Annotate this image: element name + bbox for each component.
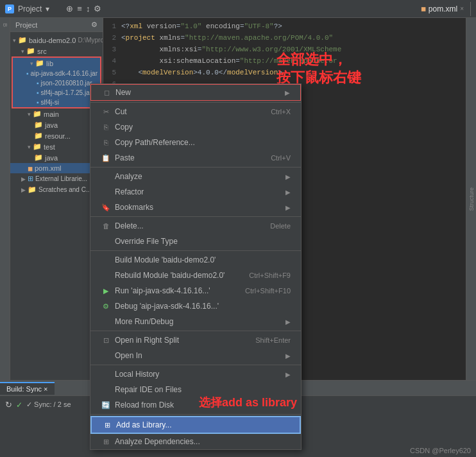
menu-item-add-library[interactable]: ⊞ Add as Library... [90, 416, 301, 434]
menu-item-delete[interactable]: 🗑 Delete... Delete [90, 218, 301, 234]
run-icon: ▶ [101, 287, 111, 295]
sync-status: ✓ Sync: / 2 se [26, 401, 71, 409]
toolbar-icon-4[interactable]: ⚙ [94, 4, 101, 13]
menu-debug-label: Debug 'aip-java-sdk-4.16.16...' [115, 302, 291, 311]
arrow-icon: ▾ [21, 48, 24, 55]
toolbar-icon-3[interactable]: ↕ [86, 4, 90, 13]
menu-item-cut[interactable]: ✂ Cut Ctrl+X [90, 104, 301, 119]
menu-separator-5 [90, 331, 301, 331]
title-tabs: ◼ pom.xml × [414, 2, 471, 16]
sidebar-item-jar1[interactable]: ▪ aip-java-sdk-4.16.16.jar [13, 69, 100, 78]
menu-item-local-history[interactable]: Local History ▶ [90, 366, 301, 382]
build-tab[interactable]: Build: Sync × [0, 382, 55, 395]
item-label: Scratches and C... [38, 186, 91, 193]
sidebar-item-resources[interactable]: 📁 resour... [10, 130, 103, 141]
copy-icon: ⎘ [101, 123, 111, 131]
copy-path-icon: ⎘ [101, 139, 111, 146]
sidebar-item-pom[interactable]: ◼ pom.xml [10, 163, 103, 173]
menu-item-open-in[interactable]: Open In ▶ [90, 348, 301, 363]
open-in-arrow: ▶ [285, 352, 291, 359]
external-icon: ⊞ [28, 175, 33, 183]
sidebar-item-src[interactable]: ▾ 📁 src [10, 46, 103, 56]
open-right-icon: ⊡ [101, 336, 111, 345]
project-title: Project [18, 4, 42, 13]
sidebar-gear-icon[interactable]: ⚙ [91, 21, 98, 29]
arrow-icon: ▶ [21, 176, 26, 182]
sidebar-item-jar3[interactable]: ▪ slf4j-api-1.7.25.jar [13, 88, 100, 98]
menu-item-override[interactable]: Override File Type [90, 234, 301, 249]
menu-item-paste[interactable]: 📋 Paste Ctrl+V [90, 150, 301, 166]
toolbar-icon-2[interactable]: ≡ [77, 4, 82, 13]
menu-item-open-right[interactable]: ⊡ Open in Right Split Shift+Enter [90, 332, 301, 348]
menu-item-copy[interactable]: ⎘ Copy [90, 119, 301, 135]
line-number: 5 [103, 67, 121, 78]
folder-icon: 📁 [33, 142, 42, 151]
sidebar-item-jar4[interactable]: ▪ slf4j-si [13, 98, 100, 107]
sidebar-item-baidu-demo[interactable]: ▾ 📁 baidu-demo2.0 D:\Myprogram\sprin [10, 35, 103, 46]
menu-item-more-run[interactable]: More Run/Debug ▶ [90, 314, 301, 329]
menu-separator-4 [90, 250, 301, 251]
editor-line-5: 5 <modelVersion>4.0.0</modelVersion> [103, 67, 466, 78]
menu-item-reload[interactable]: 🔄 Reload from Disk [90, 397, 301, 413]
editor-line-1: 1<?xml version="1.0" encoding="UTF-8"?> [103, 21, 466, 32]
menu-build-module-label: Build Module 'baidu-demo2.0' [115, 255, 291, 264]
cut-shortcut: Ctrl+X [271, 108, 291, 116]
item-label: java [45, 154, 58, 162]
menu-item-run[interactable]: ▶ Run 'aip-java-sdk-4.16.16...' Ctrl+Shi… [90, 283, 301, 298]
bookmarks-icon: 🔖 [101, 203, 111, 212]
run-shortcut: Ctrl+Shift+F10 [245, 287, 291, 295]
sidebar-item-scratches[interactable]: ▶ 📁 Scratches and C... [10, 184, 103, 195]
context-menu[interactable]: ◻ New ▶ ✂ Cut Ctrl+X ⎘ Copy ⎘ Copy Path/… [90, 83, 302, 450]
paste-icon: 📋 [101, 154, 111, 162]
sidebar-item-external[interactable]: ▶ ⊞ External Librarie... [10, 173, 103, 184]
menu-open-right-label: Open in Right Split [115, 336, 242, 345]
item-label: baidu-demo2.0 [29, 37, 76, 44]
menu-item-build-module[interactable]: Build Module 'baidu-demo2.0' [90, 252, 301, 268]
menu-separator-6 [90, 365, 301, 365]
sidebar-item-jar2[interactable]: ▪ json-20160810.jar [13, 78, 100, 88]
tab-pom-xml[interactable]: ◼ pom.xml × [414, 2, 471, 16]
structure-right-label[interactable]: Structure [468, 187, 475, 211]
tab-close-icon[interactable]: × [460, 5, 464, 12]
debug-icon: ⚙ [101, 302, 111, 311]
jar-icon: ▪ [37, 80, 39, 87]
menu-separator-1 [90, 102, 301, 103]
menu-reload-label: Reload from Disk [115, 401, 291, 410]
menu-bookmarks-label: Bookmarks [115, 203, 285, 212]
sidebar-item-test[interactable]: ▾ 📁 test [10, 141, 103, 152]
toolbar-icon-1[interactable]: ⊕ [66, 4, 73, 13]
menu-item-analyze-deps[interactable]: ⊞ Analyze Dependencies... [90, 434, 301, 449]
project-icon: P [5, 4, 14, 13]
project-dropdown-arrow[interactable]: ▾ [46, 4, 49, 13]
refactor-arrow: ▶ [285, 189, 291, 196]
item-label: json-20160810.jar [41, 80, 92, 87]
jar-icon: ▪ [26, 70, 29, 77]
menu-item-repair-ide[interactable]: Repair IDE on Files [90, 382, 301, 397]
menu-new-label: New [115, 88, 285, 97]
folder-icon: 📁 [28, 185, 37, 194]
tab-xml-label: pom.xml [429, 4, 457, 13]
item-label: lib [46, 60, 53, 67]
line-number: 4 [103, 55, 121, 67]
arrow-icon: ▶ [21, 187, 26, 193]
menu-item-debug[interactable]: ⚙ Debug 'aip-java-sdk-4.16.16...' [90, 298, 301, 314]
menu-item-refactor[interactable]: Refactor ▶ [90, 184, 301, 200]
watermark-text: CSDN @Perley620 [410, 447, 471, 454]
more-run-arrow: ▶ [285, 318, 291, 325]
menu-item-rebuild-module[interactable]: Rebuild Module 'baidu-demo2.0' Ctrl+Shif… [90, 268, 301, 283]
edge-tab-bookmarks[interactable]: B [1, 21, 10, 30]
item-label: slf4j-api-1.7.25.jar [41, 89, 92, 96]
menu-item-copy-path[interactable]: ⎘ Copy Path/Reference... [90, 135, 301, 150]
sidebar-item-java[interactable]: 📁 java [10, 119, 103, 130]
menu-copy-path-label: Copy Path/Reference... [115, 138, 291, 147]
sidebar-item-lib[interactable]: ▾ 📁 lib [13, 58, 100, 69]
menu-item-new[interactable]: ◻ New ▶ [90, 84, 301, 101]
local-history-arrow: ▶ [285, 371, 291, 378]
menu-item-bookmarks[interactable]: 🔖 Bookmarks ▶ [90, 200, 301, 215]
sidebar-header: Project ⚙ [10, 18, 103, 32]
sidebar-item-main[interactable]: ▾ 📁 main [10, 108, 103, 119]
menu-copy-label: Copy [115, 123, 278, 132]
sidebar-item-java2[interactable]: 📁 java [10, 152, 103, 163]
menu-item-analyze[interactable]: Analyze ▶ [90, 169, 301, 184]
left-edge-tabs: B [0, 18, 10, 380]
